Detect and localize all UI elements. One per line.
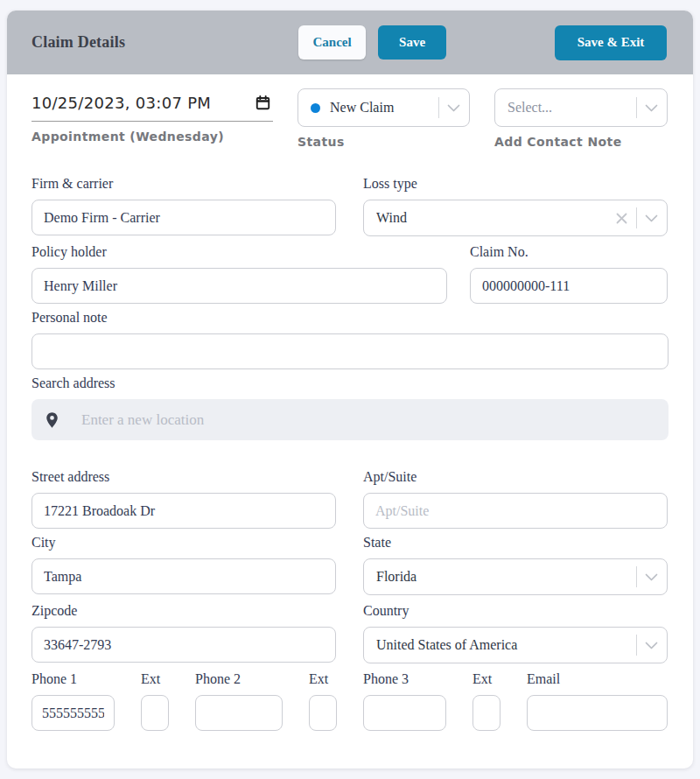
appointment-datetime-value: 10/25/2023, 03:07 PM xyxy=(32,94,211,112)
calendar-icon[interactable] xyxy=(255,95,271,111)
personal-note-group: Personal note xyxy=(32,310,668,369)
street-input[interactable] xyxy=(32,493,336,529)
email-input[interactable] xyxy=(527,695,668,731)
email-group: Email xyxy=(527,671,668,731)
city-input[interactable] xyxy=(32,558,336,594)
chevron-down-icon[interactable] xyxy=(645,642,658,649)
cancel-button[interactable]: Cancel xyxy=(298,25,366,60)
add-contact-note-select[interactable]: Select... xyxy=(494,88,668,127)
chevron-down-icon[interactable] xyxy=(645,104,658,112)
firm-group: Firm & carrier xyxy=(32,176,336,236)
loss-type-value: Wind xyxy=(376,210,616,226)
street-apt-row: Street address Apt/Suite xyxy=(32,469,668,529)
policy-claim-row: Policy holder Claim No. xyxy=(32,244,668,304)
policy-holder-label: Policy holder xyxy=(32,244,447,260)
firm-loss-row: Firm & carrier Loss type Wind xyxy=(32,176,668,236)
appointment-group: 10/25/2023, 03:07 PM Appointment (Wednes… xyxy=(32,88,273,144)
appointment-label: Appointment (Wednesday) xyxy=(32,130,273,144)
ext2-input[interactable] xyxy=(309,695,337,731)
street-label: Street address xyxy=(32,469,336,485)
chevron-down-icon[interactable] xyxy=(645,573,658,581)
country-group: Country United States of America xyxy=(363,603,668,663)
claim-no-input[interactable] xyxy=(470,268,668,304)
phone1-group: Phone 1 xyxy=(32,671,115,731)
contact-note-placeholder: Select... xyxy=(508,100,629,116)
claim-details-card: Claim Details Cancel Save Save & Exit 10… xyxy=(7,11,693,768)
clear-x-icon[interactable] xyxy=(616,213,627,224)
phone3-label: Phone 3 xyxy=(363,671,446,687)
personal-note-input[interactable] xyxy=(32,333,668,369)
state-group: State Florida xyxy=(363,535,668,595)
ext2-group: Ext xyxy=(309,671,337,731)
firm-input[interactable] xyxy=(32,200,336,235)
phone2-group: Phone 2 xyxy=(195,671,283,731)
phone2-input[interactable] xyxy=(195,695,283,731)
zip-country-row: Zipcode Country United States of America xyxy=(32,603,668,663)
phone1-label: Phone 1 xyxy=(32,671,115,687)
ext2-label: Ext xyxy=(309,671,337,687)
loss-type-select[interactable]: Wind xyxy=(363,200,668,236)
state-label: State xyxy=(363,535,668,551)
policy-holder-group: Policy holder xyxy=(32,244,447,304)
page-title: Claim Details xyxy=(32,33,125,52)
header-bar: Claim Details Cancel Save Save & Exit xyxy=(7,11,693,74)
loss-type-label: Loss type xyxy=(363,176,668,192)
select-divider xyxy=(438,97,439,118)
contact-note-label: Add Contact Note xyxy=(494,135,668,149)
state-value: Florida xyxy=(376,569,629,585)
select-divider xyxy=(636,207,637,228)
search-address-input[interactable] xyxy=(81,411,654,429)
save-exit-button[interactable]: Save & Exit xyxy=(555,25,667,60)
policy-holder-input[interactable] xyxy=(32,268,447,304)
appointment-datetime-field[interactable]: 10/25/2023, 03:07 PM xyxy=(32,88,273,122)
contact-note-group: Select... Add Contact Note xyxy=(494,88,668,149)
street-group: Street address xyxy=(32,469,336,529)
zipcode-label: Zipcode xyxy=(32,603,336,619)
chevron-down-icon[interactable] xyxy=(645,214,658,222)
status-dot-icon xyxy=(311,103,320,113)
top-row: 10/25/2023, 03:07 PM Appointment (Wednes… xyxy=(32,88,668,149)
location-pin-icon xyxy=(46,411,59,429)
ext1-input[interactable] xyxy=(141,695,169,731)
save-button[interactable]: Save xyxy=(378,25,446,60)
claim-no-label: Claim No. xyxy=(470,244,668,260)
zipcode-input[interactable] xyxy=(32,627,336,663)
zipcode-group: Zipcode xyxy=(32,603,336,663)
phone-email-row: Phone 1 Ext Phone 2 Ext Phone 3 Ext xyxy=(32,671,668,775)
loss-type-group: Loss type Wind xyxy=(363,176,668,236)
apt-label: Apt/Suite xyxy=(363,469,668,485)
chevron-down-icon[interactable] xyxy=(447,104,460,112)
phone2-label: Phone 2 xyxy=(195,671,283,687)
state-select[interactable]: Florida xyxy=(363,558,668,595)
status-group: New Claim Status xyxy=(298,88,470,149)
ext3-input[interactable] xyxy=(472,695,500,731)
header-actions: Cancel Save xyxy=(298,25,446,60)
ext1-label: Ext xyxy=(141,671,169,687)
apt-group: Apt/Suite xyxy=(363,469,668,529)
city-state-row: City State Florida xyxy=(32,535,668,595)
select-divider xyxy=(636,97,637,118)
firm-label: Firm & carrier xyxy=(32,176,336,192)
country-label: Country xyxy=(363,603,668,619)
phone3-group: Phone 3 xyxy=(363,671,446,731)
search-address-box[interactable] xyxy=(32,399,668,440)
phone3-input[interactable] xyxy=(363,695,446,731)
status-label: Status xyxy=(298,135,470,149)
phone1-input[interactable] xyxy=(32,695,115,731)
select-divider xyxy=(636,566,637,587)
ext3-label: Ext xyxy=(472,671,500,687)
claim-form: 10/25/2023, 03:07 PM Appointment (Wednes… xyxy=(7,74,693,775)
city-label: City xyxy=(32,535,336,551)
city-group: City xyxy=(32,535,336,595)
search-address-group: Search address xyxy=(32,375,668,440)
country-select[interactable]: United States of America xyxy=(363,627,668,663)
email-label: Email xyxy=(527,671,668,687)
country-value: United States of America xyxy=(376,637,629,653)
claim-no-group: Claim No. xyxy=(470,244,668,304)
personal-note-label: Personal note xyxy=(32,310,668,326)
status-select[interactable]: New Claim xyxy=(298,88,470,127)
select-divider xyxy=(636,635,637,656)
ext3-group: Ext xyxy=(472,671,500,731)
apt-input[interactable] xyxy=(363,493,668,529)
search-address-label: Search address xyxy=(32,375,668,391)
